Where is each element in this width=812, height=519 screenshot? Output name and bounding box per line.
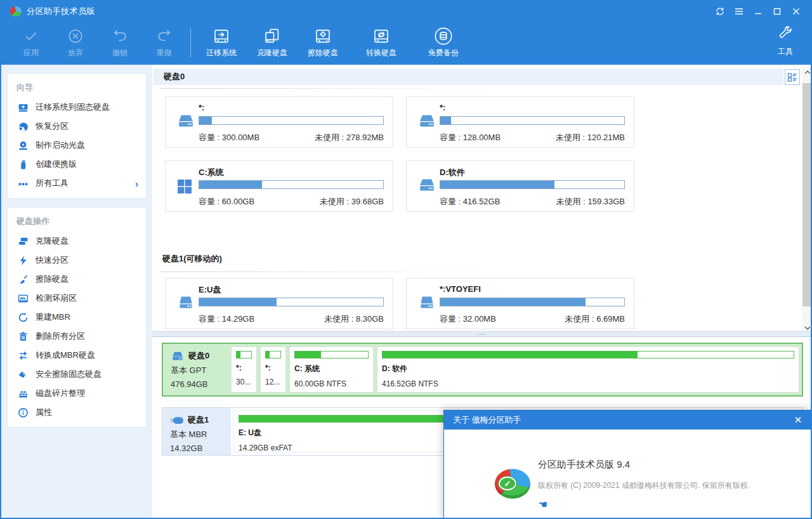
- free-backup-button[interactable]: 免费备份: [418, 24, 469, 58]
- window-controls: [710, 3, 806, 20]
- usb-stick-icon: [18, 159, 29, 170]
- sidebar-item-label: 恢复分区: [36, 121, 69, 132]
- sidebar-item-label: 擦除硬盘: [36, 273, 69, 285]
- section-title: 向导: [8, 76, 146, 98]
- volume-label: D:软件: [440, 167, 465, 178]
- unused-text: 未使用 : 159.33GB: [556, 196, 625, 207]
- app-window: 分区助手技术员版: [0, 0, 812, 519]
- apply-button[interactable]: 应用: [9, 24, 53, 58]
- migrate-system-button[interactable]: 迁移系统: [196, 24, 247, 58]
- sidebar-item-label: 属性: [36, 407, 52, 418]
- disk1-section-header[interactable]: 硬盘1(可移动的): [162, 253, 222, 265]
- hdd-icon: [176, 114, 195, 131]
- sidebar-item-properties[interactable]: 属性: [8, 403, 146, 422]
- partition-card-c-system[interactable]: C:系统 容量 : 60.00GB 未使用 : 39.68GB: [165, 161, 393, 212]
- sidebar-item-migrate-os-to-ssd[interactable]: 迁移系统到固态硬盘: [8, 98, 146, 117]
- disk0-section-header[interactable]: 硬盘0: [154, 69, 783, 85]
- discard-button[interactable]: 放弃: [53, 24, 98, 58]
- sidebar-item-clone-disk[interactable]: 克隆硬盘: [8, 232, 146, 251]
- sidebar-item-make-bootable-media[interactable]: 制作启动光盘: [8, 136, 146, 155]
- capacity-text: 容量 : 300.00MB: [199, 132, 259, 143]
- sidebar-item-create-portable[interactable]: 创建便携版: [8, 155, 146, 174]
- info-icon: [18, 407, 29, 418]
- scrollbar-thumb[interactable]: [802, 83, 811, 306]
- partition-card-disk0-p1[interactable]: *: 容量 : 300.00MB 未使用 : 278.92MB: [165, 96, 393, 148]
- partition-card-e-usb[interactable]: E:U盘 容量 : 14.29GB 未使用 : 8.30GB: [165, 278, 393, 329]
- unused-text: 未使用 : 39.68GB: [320, 196, 384, 207]
- sidebar-item-check-bad-sectors[interactable]: 检测坏扇区: [8, 289, 146, 308]
- sidebar-item-rebuild-mbr[interactable]: 重建MBR: [8, 308, 146, 327]
- hdd-icon: [417, 178, 436, 195]
- partition-block-c-system[interactable]: C: 系统 60.00GB NTFS: [289, 346, 374, 393]
- convert-disk-button[interactable]: 转换硬盘: [356, 24, 407, 58]
- partition-block-d0p2[interactable]: *: 12...: [260, 346, 286, 393]
- view-toggle-button[interactable]: [785, 69, 800, 85]
- usage-bar: [236, 351, 252, 358]
- capacity-text: 容量 : 128.00MB: [440, 132, 501, 143]
- titlebar: 分区助手技术员版: [1, 1, 811, 22]
- sidebar-item-label: 删除所有分区: [36, 331, 85, 342]
- partition-block-d-software[interactable]: D: 软件 416.52GB NTFS: [377, 346, 799, 393]
- partition-block-d0p1[interactable]: *: 30...: [231, 346, 257, 393]
- sidebar-item-quick-partition[interactable]: 快速分区: [8, 251, 146, 270]
- product-name: 分区助手技术员版 9.4: [538, 459, 630, 471]
- sidebar-item-label: 快速分区: [36, 254, 69, 266]
- scroll-down-icon[interactable]: [802, 322, 811, 331]
- menu-icon[interactable]: [730, 3, 749, 20]
- maximize-button[interactable]: [768, 3, 787, 20]
- disk0-partitions: *: 30... *: 12... C: 系统 60.00GB NTFS: [228, 344, 802, 395]
- boot-disc-icon: [18, 140, 29, 151]
- sidebar-item-secure-erase-ssd[interactable]: 安全擦除固态硬盘: [8, 365, 146, 384]
- sidebar-item-label: 迁移系统到固态硬盘: [36, 102, 110, 113]
- wipe-disk-button[interactable]: 擦除硬盘: [298, 24, 348, 58]
- sync-icon[interactable]: [710, 3, 730, 20]
- copyright-text: 版权所有 (C) 2009-2021 成都傲梅科技有限公司. 保留所有版权.: [538, 480, 750, 491]
- close-button[interactable]: [787, 3, 806, 20]
- scroll-up-icon[interactable]: [802, 67, 811, 78]
- hand-pointer-icon[interactable]: ☚: [538, 498, 547, 511]
- sidebar-item-convert-to-mbr[interactable]: 转换成MBR硬盘: [8, 346, 146, 365]
- disk-name: 硬盘1: [188, 414, 209, 426]
- sidebar-item-all-tools[interactable]: 所有工具 ›: [8, 174, 146, 193]
- volume-label: E:U盘: [199, 284, 221, 296]
- disk1-info[interactable]: 硬盘1 基本 MBR 14.32GB: [162, 408, 231, 455]
- hdd-icon: [417, 114, 436, 131]
- sidebar-item-wipe-disk[interactable]: 擦除硬盘: [8, 270, 146, 289]
- chevron-right-icon: ›: [135, 178, 138, 189]
- tools-button[interactable]: 工具: [768, 25, 803, 57]
- dialog-title: 关于 傲梅分区助手: [453, 414, 521, 426]
- volume-label: *:VTOYEFI: [440, 284, 481, 294]
- section-title: 硬盘操作: [8, 210, 146, 232]
- unused-text: 未使用 : 120.21MB: [556, 132, 625, 143]
- bad-sector-wave-icon: [18, 293, 29, 304]
- disk0-info[interactable]: 硬盘0 基本 GPT 476.94GB: [163, 344, 228, 395]
- usage-bar: [265, 351, 281, 358]
- usage-bar: [382, 351, 794, 358]
- usage-bar: [440, 298, 625, 306]
- erase-disk-icon: [313, 26, 332, 46]
- toolbar: 应用 放弃 撤销 重做: [1, 22, 811, 65]
- dialog-close-icon[interactable]: ✕: [791, 413, 805, 427]
- migrate-disk-icon: [18, 102, 29, 113]
- partition-card-disk0-p2[interactable]: *: 容量 : 128.00MB 未使用 : 120.21MB: [406, 96, 634, 148]
- divider: [160, 88, 502, 89]
- partition-card-vtoyefi[interactable]: *:VTOYEFI 容量 : 32.00MB 未使用 : 6.69MB: [406, 278, 634, 329]
- clone-disk-button[interactable]: 克隆硬盘: [247, 24, 298, 58]
- sidebar-item-delete-all-partitions[interactable]: 删除所有分区: [8, 327, 146, 346]
- ellipsis-icon: [18, 178, 29, 189]
- panel-splitter[interactable]: ⋯: [152, 331, 811, 337]
- migrate-disk-icon: [212, 26, 231, 46]
- disk-size: 476.94GB: [171, 379, 228, 389]
- sidebar: 向导 迁移系统到固态硬盘 恢复分区 制作启动光盘: [1, 65, 152, 518]
- minimize-button[interactable]: [749, 3, 768, 20]
- capacity-text: 容量 : 60.00GB: [199, 196, 254, 207]
- partition-card-d-software[interactable]: D:软件 容量 : 416.52GB 未使用 : 159.33GB: [406, 161, 634, 212]
- usage-bar: [294, 351, 369, 358]
- disk-row-0[interactable]: 硬盘0 基本 GPT 476.94GB *: 30... *: 12...: [162, 343, 803, 397]
- sidebar-item-recover-partition[interactable]: 恢复分区: [8, 117, 146, 136]
- vertical-scrollbar[interactable]: [802, 67, 811, 331]
- sidebar-item-label: 磁盘碎片整理: [36, 388, 85, 399]
- sidebar-item-disk-defrag[interactable]: 磁盘碎片整理: [8, 384, 146, 403]
- redo-button[interactable]: 重做: [142, 24, 187, 58]
- undo-button[interactable]: 撤销: [98, 24, 142, 58]
